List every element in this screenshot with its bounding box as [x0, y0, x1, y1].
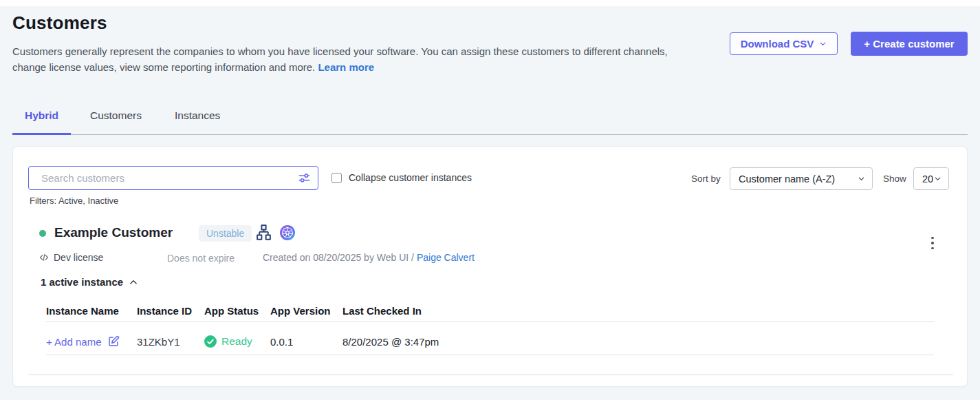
col-last-checked-in: Last Checked In — [342, 305, 934, 317]
page-description: Customers generally represent the compan… — [12, 44, 683, 75]
show-label: Show — [883, 173, 906, 184]
page-title: Customers — [12, 12, 107, 34]
filters-summary: Filters: Active, Inactive — [30, 196, 118, 206]
tab-customers[interactable]: Customers — [90, 109, 142, 122]
instance-name-cell: + Add name — [46, 335, 137, 348]
collapse-instances-label: Collapse customer instances — [349, 172, 472, 183]
active-tab-underline — [12, 133, 71, 135]
instances-summary: 1 active instance — [41, 276, 123, 288]
search-wrapper — [28, 166, 318, 190]
customer-menu-button[interactable] — [926, 233, 939, 253]
channel-badge[interactable]: Unstable — [199, 225, 252, 242]
top-strip — [0, 0, 980, 6]
sort-select[interactable]: Customer name (A-Z) — [730, 167, 873, 190]
kebab-icon — [931, 242, 934, 244]
collapse-instances-control: Collapse customer instances — [331, 172, 472, 183]
active-status-dot — [39, 230, 46, 237]
app-status-cell: Ready — [204, 335, 270, 348]
download-csv-label: Download CSV — [741, 38, 814, 50]
table-divider — [46, 355, 934, 355]
license-expiration: Does not expire — [167, 253, 235, 264]
kebab-icon — [931, 247, 934, 250]
edit-icon[interactable] — [107, 335, 120, 348]
tab-instances[interactable]: Instances — [175, 109, 220, 122]
show-selected-value: 20 — [922, 173, 933, 185]
add-name-link[interactable]: + Add name — [46, 336, 101, 348]
search-input[interactable] — [28, 166, 318, 190]
code-icon — [39, 252, 50, 263]
tab-hybrid[interactable]: Hybrid — [12, 109, 71, 122]
kubernetes-icon[interactable] — [280, 225, 295, 240]
check-circle-icon — [204, 335, 217, 348]
instances-table-header: Instance Name Instance ID App Status App… — [46, 305, 934, 317]
create-customer-label: + Create customer — [864, 38, 954, 50]
instance-id: 31ZKbY1 — [137, 336, 204, 348]
chevron-down-icon — [819, 40, 827, 48]
download-csv-button[interactable]: Download CSV — [730, 32, 838, 55]
table-divider — [46, 322, 934, 322]
col-instance-id: Instance ID — [137, 305, 204, 317]
col-instance-name: Instance Name — [46, 305, 137, 317]
license-type: Dev license — [39, 252, 103, 263]
sort-selected-value: Customer name (A-Z) — [739, 173, 835, 185]
app-version: 0.0.1 — [270, 336, 342, 348]
col-app-version: App Version — [270, 305, 342, 317]
app-status-label: Ready — [221, 335, 252, 348]
instance-row: + Add name 31ZKbY1 Ready 0.0.1 8/20/2025… — [46, 331, 934, 352]
chevron-up-icon — [129, 277, 138, 287]
chevron-down-icon — [934, 175, 941, 182]
col-app-status: App Status — [204, 305, 270, 317]
customers-page: Customers Customers generally represent … — [0, 0, 980, 400]
customer-name[interactable]: Example Customer — [54, 225, 173, 240]
created-by-link[interactable]: Paige Calvert — [417, 252, 475, 263]
created-info: Created on 08/20/2025 by Web UI / Paige … — [263, 252, 475, 263]
license-type-label: Dev license — [54, 252, 103, 263]
kebab-icon — [931, 237, 934, 240]
sort-by-label: Sort by — [691, 173, 721, 184]
show-select[interactable]: 20 — [913, 167, 949, 190]
created-text: Created on 08/20/2025 by Web UI / — [263, 252, 414, 263]
customer-divider — [28, 375, 953, 375]
create-customer-button[interactable]: + Create customer — [851, 32, 968, 56]
tab-bar-divider — [12, 134, 968, 135]
chevron-down-icon — [858, 175, 865, 182]
filter-sliders-icon[interactable] — [298, 171, 311, 185]
last-checked-in: 8/20/2025 @ 3:47pm — [342, 336, 934, 348]
sitemap-icon[interactable] — [255, 224, 272, 241]
instances-toggle[interactable]: 1 active instance — [41, 276, 138, 288]
collapse-instances-checkbox[interactable] — [331, 173, 342, 183]
customers-panel: Filters: Active, Inactive Collapse custo… — [12, 146, 968, 387]
learn-more-link[interactable]: Learn more — [318, 61, 374, 73]
